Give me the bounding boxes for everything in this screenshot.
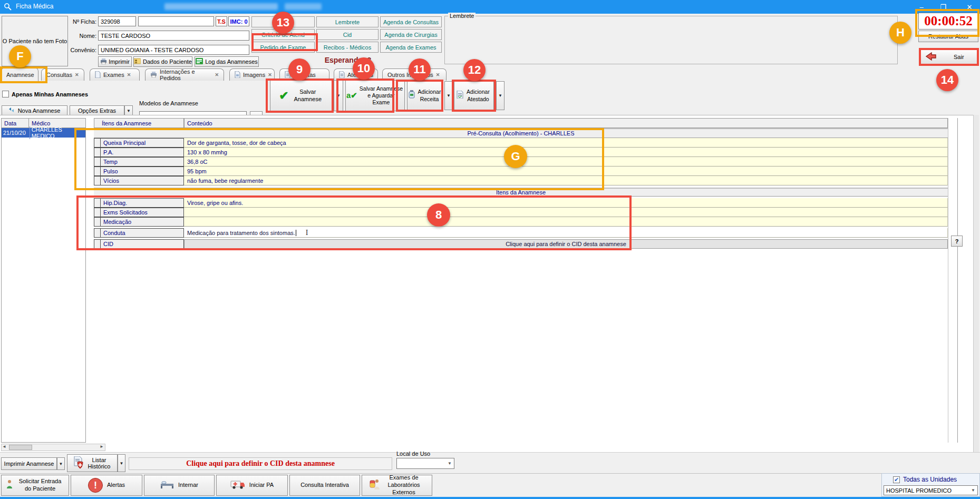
iniciar-pa-button[interactable]: Iniciar PA: [216, 475, 288, 496]
tab-close-icon[interactable]: ✕: [127, 72, 131, 77]
ficha-input[interactable]: 329098: [98, 16, 136, 26]
app-icon: [4, 3, 12, 12]
document-icon: [95, 71, 101, 79]
log-anamneses-button[interactable]: Log das Anamneses: [195, 56, 259, 67]
history-shield-icon: [73, 456, 84, 470]
photo-placeholder-text: O Paciente não tem Foto: [3, 38, 67, 44]
waiting-count: Esperando: 3: [295, 56, 401, 64]
column-header-label: Data: [4, 120, 16, 126]
annotation-box-12: [452, 80, 496, 112]
quick-button-recibos-medicos[interactable]: Recibos - Médicos: [316, 42, 379, 53]
tab-consultas[interactable]: Consultas ✕: [41, 69, 84, 81]
person-icon: [6, 480, 13, 491]
annotation-circle-g: G: [504, 145, 527, 168]
apenas-minhas-checkbox[interactable]: Apenas Minhas Anamneses: [2, 91, 88, 97]
annotation-box-14: [919, 48, 979, 66]
footer-button-label: Consulta Interativa: [300, 482, 349, 489]
adicionar-atestado-dropdown[interactable]: ▼: [496, 81, 504, 110]
nome-value: TESTE CARDOSO: [101, 33, 150, 39]
checkbox-label: Apenas Minhas Anamneses: [12, 91, 88, 97]
scroll-thumb[interactable]: [9, 445, 32, 450]
convenio-input[interactable]: UNIMED GOIANIA - TESTE CARDOSO: [98, 45, 249, 55]
exames-lab-externos-button[interactable]: Exames de Laboratórios Externos: [362, 475, 432, 496]
log-label: Log das Anamneses: [205, 58, 258, 65]
convenio-label: Convênio:: [66, 47, 96, 53]
ts-badge[interactable]: T.S: [216, 16, 227, 26]
checkbox-box[interactable]: ✔: [893, 476, 900, 483]
modelos-label: Modelos de Anamnese: [139, 100, 198, 106]
scroll-left-arrow[interactable]: ◄: [2, 444, 6, 449]
dados-do-paciente-button[interactable]: Dados do Paciente: [133, 56, 192, 67]
alertas-button[interactable]: ! Alertas: [71, 475, 142, 496]
footer-button-label: Alertas: [107, 482, 125, 489]
listar-historico-button[interactable]: Listar Histórico: [67, 454, 118, 472]
ficha-label: Nº Ficha:: [69, 18, 96, 25]
quick-button-cid[interactable]: Cid: [316, 29, 379, 40]
bottom-accent-strip: [0, 497, 980, 499]
annotation-box-9: [266, 79, 334, 113]
quick-button-lembrete[interactable]: Lembrete: [316, 16, 379, 27]
annotation-circle-10: 10: [353, 57, 375, 80]
annotation-circle-12: 12: [463, 59, 486, 81]
ambulance-icon: [230, 480, 245, 492]
right-scroll-strip[interactable]: [973, 115, 979, 452]
quick-label: Lembrete: [335, 19, 360, 25]
opcoes-extras-dropdown[interactable]: ▼: [124, 105, 133, 116]
annotation-circle-13: 13: [272, 12, 294, 34]
opcoes-extras-button[interactable]: Opções Extras: [70, 105, 124, 116]
quick-button-agenda-cirurgias[interactable]: Agenda de Cirurgias: [380, 29, 442, 40]
footer-button-label: Iniciar PA: [249, 482, 274, 489]
solicitar-entrada-button[interactable]: Solicitar Entrada do Paciente: [1, 475, 69, 496]
tab-internacoes-pedidos[interactable]: Internações e Pedidos ✕: [145, 69, 224, 81]
convenio-value: UNIMED GOIANIA - TESTE CARDOSO: [101, 47, 203, 53]
quick-button-agenda-consultas[interactable]: Agenda de Consultas: [380, 16, 442, 27]
internar-button[interactable]: Internar: [144, 475, 215, 496]
checkbox-box[interactable]: [2, 91, 9, 97]
history-row-selected[interactable]: 21/10/20 CHARLLES MEDICO: [2, 128, 85, 138]
annotation-box-h: [915, 9, 979, 37]
help-button[interactable]: ?: [951, 236, 963, 247]
todas-unidades-label: Todas as Unidades: [903, 476, 957, 483]
hospital-bed-icon: [160, 480, 174, 491]
listar-historico-dropdown[interactable]: ▼: [118, 454, 125, 472]
imc-badge[interactable]: IMC: 0: [228, 16, 249, 26]
imprimir-anamnese-button[interactable]: Imprimir Anamnese: [1, 457, 57, 470]
quick-label: Cid: [343, 32, 352, 38]
local-de-uso-combo[interactable]: ▼: [396, 458, 454, 469]
history-header-data[interactable]: Data: [1, 118, 29, 128]
todas-unidades-checkbox[interactable]: ✔ Todas as Unidades: [893, 476, 957, 483]
imprimir-anamnese-label: Imprimir Anamnese: [4, 461, 54, 467]
chevron-down-icon: ▼: [448, 461, 452, 466]
unidade-combo[interactable]: HOSPITAL PROMEDICO ▼: [884, 485, 978, 495]
tab-close-icon[interactable]: ✕: [268, 72, 272, 77]
tab-exames[interactable]: Exames ✕: [90, 69, 140, 81]
imprimir-label: Imprimir: [109, 58, 130, 65]
ficha-extra-input[interactable]: [138, 16, 214, 26]
grid-header-conteudo[interactable]: Conteúdo: [184, 118, 948, 128]
nome-input[interactable]: TESTE CARDOSO: [98, 31, 249, 41]
cid-banner-button[interactable]: Clique aqui para definir o CID desta ana…: [129, 457, 392, 470]
listar-historico-label: Listar Histórico: [86, 457, 112, 469]
grid-header-itens[interactable]: Ítens da Anamnese: [94, 118, 184, 128]
footer-button-label: Exames de Laboratórios Externos: [383, 474, 424, 496]
tab-close-icon[interactable]: ✕: [436, 72, 440, 77]
annotation-box-11: [396, 80, 443, 112]
history-hscrollbar[interactable]: ◄ ►: [1, 444, 105, 451]
imprimir-button[interactable]: Imprimir: [98, 56, 132, 67]
nova-anamnese-button[interactable]: Nova Anamnese: [2, 105, 67, 116]
tab-close-icon[interactable]: ✕: [215, 72, 219, 77]
ficha-medica-window: Ficha Médica – ❐ ✕ O Paciente não tem Fo…: [0, 0, 980, 499]
nova-anamnese-label: Nova Anamnese: [18, 107, 61, 114]
tab-label: Consultas: [46, 72, 72, 78]
consulta-interativa-button[interactable]: Consulta Interativa: [289, 475, 360, 496]
new-record-icon: [9, 107, 15, 114]
lembrete-groupbox: [444, 16, 898, 64]
tab-close-icon[interactable]: ✕: [75, 72, 79, 77]
column-header-label: Conteúdo: [187, 120, 212, 126]
annotation-circle-h: H: [889, 22, 911, 44]
imprimir-anamnese-dropdown[interactable]: ▼: [57, 457, 65, 470]
scroll-right-arrow[interactable]: ►: [100, 444, 104, 449]
column-header-label: Ítens da Anamnese: [102, 120, 151, 126]
tab-label: Internações e Pedidos: [160, 69, 212, 81]
quick-button-agenda-exames[interactable]: Agenda de Exames: [380, 42, 442, 53]
